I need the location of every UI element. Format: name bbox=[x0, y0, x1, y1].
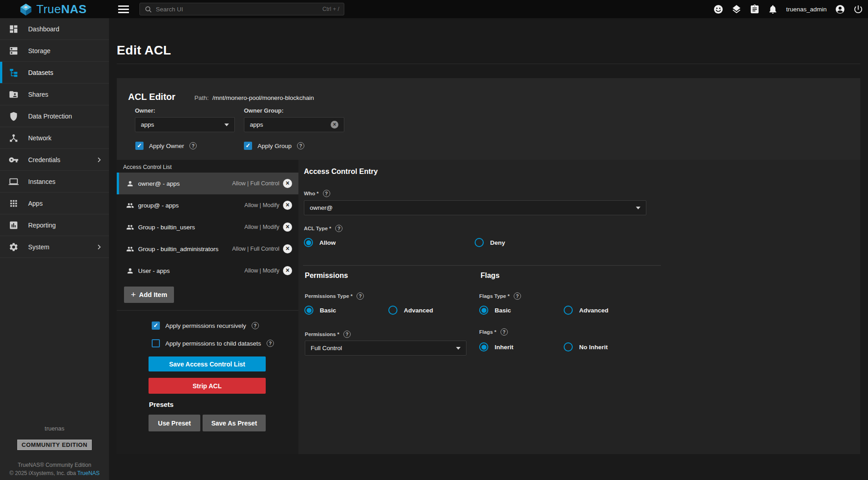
deny-radio[interactable] bbox=[475, 238, 484, 247]
recursive-checkbox[interactable]: ✓ bbox=[152, 322, 160, 330]
sidebar-item-shares[interactable]: Shares bbox=[0, 84, 109, 105]
inherit-radio-label: Inherit bbox=[495, 344, 513, 351]
allow-radio[interactable] bbox=[304, 238, 313, 247]
flags-basic-radio-option[interactable]: Basic bbox=[479, 306, 511, 315]
permissions-basic-label: Basic bbox=[320, 307, 336, 314]
sidebar-item-label: Instances bbox=[28, 178, 55, 185]
acl-entry-access: Allow | Modify bbox=[244, 202, 279, 208]
search-input[interactable] bbox=[156, 6, 322, 13]
owner-group-input[interactable]: apps × bbox=[244, 117, 344, 132]
acl-entry-row[interactable]: group@ - apps Allow | Modify × bbox=[117, 194, 298, 216]
help-icon[interactable]: ? bbox=[335, 225, 342, 232]
help-icon[interactable]: ? bbox=[357, 292, 364, 300]
permissions-advanced-label: Advanced bbox=[404, 307, 433, 314]
notifications-bell-icon[interactable] bbox=[768, 4, 778, 15]
truenas-logo[interactable]: TrueNAS bbox=[19, 2, 87, 16]
inherit-radio[interactable] bbox=[479, 342, 488, 351]
apply-group-checkbox-row[interactable]: ✓ Apply Group ? bbox=[244, 142, 304, 150]
permissions-advanced-radio-option[interactable]: Advanced bbox=[388, 306, 433, 315]
sidebar-item-credentials[interactable]: Credentials bbox=[0, 149, 109, 171]
acl-entry-row[interactable]: User - apps Allow | Modify × bbox=[117, 260, 298, 282]
help-icon[interactable]: ? bbox=[267, 340, 274, 347]
save-acl-button[interactable]: Save Access Control List bbox=[149, 356, 266, 371]
sidebar-item-apps[interactable]: Apps bbox=[0, 193, 109, 214]
acl-entry-access: Allow | Full Control bbox=[232, 180, 279, 187]
sidebar-item-datasets[interactable]: Datasets bbox=[0, 62, 109, 84]
owner-select[interactable]: apps bbox=[135, 117, 235, 132]
help-icon[interactable]: ? bbox=[297, 142, 304, 149]
ace-heading: Access Control Entry bbox=[304, 168, 378, 176]
flags-advanced-radio-option[interactable]: Advanced bbox=[564, 306, 609, 315]
add-item-button[interactable]: +Add Item bbox=[124, 287, 174, 303]
chevron-down-icon bbox=[456, 347, 461, 350]
truenas-link[interactable]: TrueNAS bbox=[77, 470, 99, 476]
truecommand-layers-icon[interactable] bbox=[731, 4, 742, 15]
search-box: Ctrl + / bbox=[139, 3, 344, 15]
allow-radio-label: Allow bbox=[319, 239, 336, 246]
inherit-radio-option[interactable]: Inherit bbox=[479, 342, 513, 351]
child-datasets-checkbox[interactable] bbox=[152, 339, 160, 347]
acl-entry-access: Allow | Modify bbox=[244, 267, 279, 274]
acl-entry-who: group@ - apps bbox=[138, 202, 179, 209]
sidebar-item-label: Credentials bbox=[28, 156, 60, 163]
sidebar-item-reporting[interactable]: Reporting bbox=[0, 214, 109, 236]
apply-owner-checkbox-row[interactable]: ✓ Apply Owner ? bbox=[135, 142, 197, 150]
menu-toggle-icon[interactable] bbox=[118, 4, 129, 14]
flags-advanced-radio[interactable] bbox=[564, 306, 573, 315]
acl-entry-row[interactable]: owner@ - apps Allow | Full Control × bbox=[117, 173, 298, 194]
permissions-label: Permissions *? bbox=[305, 331, 351, 338]
help-icon[interactable]: ? bbox=[323, 190, 330, 197]
permissions-basic-radio[interactable] bbox=[304, 306, 313, 315]
use-preset-button[interactable]: Use Preset bbox=[149, 415, 200, 431]
apply-owner-label: Apply Owner bbox=[149, 143, 184, 149]
search-shortcut-hint: Ctrl + / bbox=[322, 6, 339, 12]
acl-entry-row[interactable]: Group - builtin_administrators Allow | F… bbox=[117, 238, 298, 260]
group-icon bbox=[126, 202, 134, 209]
no-inherit-radio-label: No Inherit bbox=[579, 344, 608, 351]
remove-entry-icon[interactable]: × bbox=[283, 244, 292, 253]
strip-acl-button[interactable]: Strip ACL bbox=[149, 378, 266, 394]
sidebar-item-storage[interactable]: Storage bbox=[0, 40, 109, 62]
who-select[interactable]: owner@ bbox=[304, 200, 646, 215]
help-icon[interactable]: ? bbox=[189, 142, 197, 149]
power-icon[interactable] bbox=[853, 4, 863, 15]
no-inherit-radio-option[interactable]: No Inherit bbox=[564, 342, 608, 351]
sidebar-item-data-protection[interactable]: Data Protection bbox=[0, 105, 109, 127]
user-account-icon[interactable] bbox=[835, 4, 845, 15]
sidebar-item-instances[interactable]: Instances bbox=[0, 171, 109, 193]
remove-entry-icon[interactable]: × bbox=[283, 179, 292, 188]
child-datasets-checkbox-row[interactable]: Apply permissions to child datasets ? bbox=[152, 339, 274, 347]
acl-entry-who: User - apps bbox=[138, 267, 170, 274]
remove-entry-icon[interactable]: × bbox=[283, 201, 292, 210]
remove-entry-icon[interactable]: × bbox=[283, 266, 292, 275]
apply-owner-checkbox[interactable]: ✓ bbox=[135, 142, 144, 150]
jobs-clipboard-icon[interactable] bbox=[749, 4, 760, 15]
permissions-basic-radio-option[interactable]: Basic bbox=[304, 306, 336, 315]
feedback-smiley-icon[interactable] bbox=[713, 4, 724, 15]
remove-entry-icon[interactable]: × bbox=[283, 223, 292, 232]
permissions-select[interactable]: Full Control bbox=[305, 341, 466, 356]
clear-icon[interactable]: × bbox=[331, 121, 338, 129]
sidebar-item-system[interactable]: System bbox=[0, 236, 109, 258]
permissions-advanced-radio[interactable] bbox=[388, 306, 397, 315]
save-as-preset-button[interactable]: Save As Preset bbox=[203, 415, 266, 431]
help-icon[interactable]: ? bbox=[501, 328, 508, 336]
permissions-type-label: Permissions Type *? bbox=[305, 292, 364, 300]
truenas-logo-icon bbox=[19, 3, 33, 16]
apply-group-checkbox[interactable]: ✓ bbox=[244, 142, 252, 150]
recursive-checkbox-row[interactable]: ✓ Apply permissions recursively ? bbox=[152, 322, 259, 330]
allow-radio-option[interactable]: Allow bbox=[304, 238, 336, 247]
acl-entry-who: owner@ - apps bbox=[138, 180, 180, 187]
no-inherit-radio[interactable] bbox=[564, 342, 573, 351]
help-icon[interactable]: ? bbox=[514, 292, 521, 300]
sidebar-item-dashboard[interactable]: Dashboard bbox=[0, 18, 109, 40]
help-icon[interactable]: ? bbox=[343, 331, 351, 338]
help-icon[interactable]: ? bbox=[252, 322, 259, 329]
flags-basic-radio[interactable] bbox=[479, 306, 488, 315]
sidebar-item-network[interactable]: Network bbox=[0, 127, 109, 149]
deny-radio-option[interactable]: Deny bbox=[475, 238, 505, 247]
acl-entry-row[interactable]: Group - builtin_users Allow | Modify × bbox=[117, 216, 298, 238]
who-label: Who *? bbox=[304, 190, 330, 197]
acl-entry-who: Group - builtin_users bbox=[138, 224, 195, 231]
acl-editor-header: ACL Editor Path: /mnt/monero-pool/monero… bbox=[117, 78, 860, 160]
